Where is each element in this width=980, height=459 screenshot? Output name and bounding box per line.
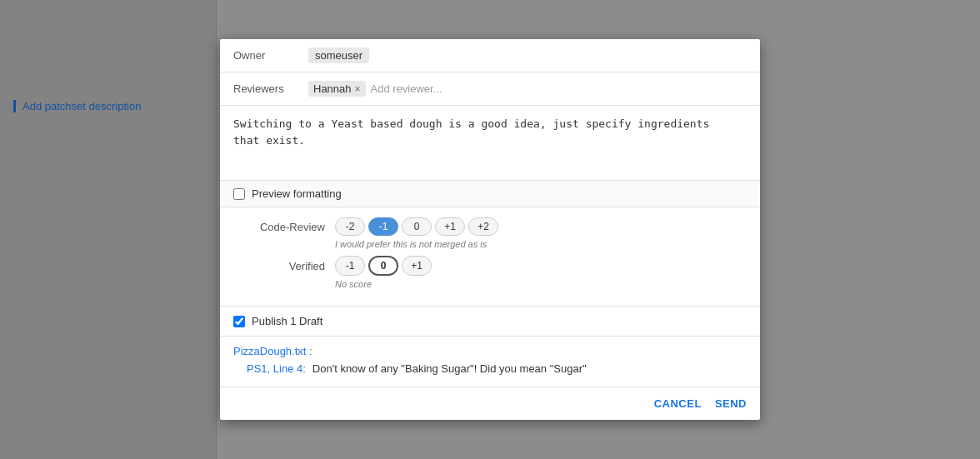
code-review-description: I would prefer this is not merged as is: [335, 239, 747, 249]
preview-label: Preview formatting: [252, 187, 342, 200]
send-button[interactable]: SEND: [715, 397, 747, 410]
preview-checkbox[interactable]: [233, 188, 245, 200]
reviewer-name: Hannah: [313, 82, 352, 95]
verified-row: Verified -1 0 +1: [233, 256, 747, 276]
remove-reviewer-button[interactable]: ×: [355, 83, 361, 95]
verified-btn-zero[interactable]: 0: [368, 256, 398, 276]
message-text: Switching to a Yeast based dough is a go…: [233, 116, 747, 148]
publish-label: Publish 1 Draft: [252, 315, 322, 327]
draft-comment-text: Don't know of any "Baking Sugar"! Did yo…: [312, 362, 587, 375]
page-background: Add patchset description Owner someuser …: [0, 0, 980, 459]
code-review-btn-plus2[interactable]: +2: [468, 217, 498, 236]
draft-file-suffix: :: [306, 345, 312, 357]
reviewer-tag: Hannah ×: [308, 81, 366, 97]
draft-location-link[interactable]: PS1, Line 4:: [247, 362, 306, 375]
owner-value: someuser: [308, 47, 369, 63]
review-dialog: Owner someuser Reviewers Hannah × Add re…: [220, 39, 760, 420]
draft-file-name: PizzaDough.txt: [233, 345, 306, 357]
code-review-label: Code-Review: [233, 221, 325, 233]
add-reviewer-input[interactable]: Add reviewer...: [371, 82, 442, 95]
draft-file-row: PizzaDough.txt :: [233, 345, 747, 357]
verified-btn-minus1[interactable]: -1: [335, 256, 365, 276]
draft-comment-row: PS1, Line 4: Don't know of any "Baking S…: [233, 362, 747, 375]
verified-label: Verified: [233, 260, 325, 272]
verified-btn-plus1[interactable]: +1: [402, 256, 432, 276]
code-review-btn-minus1[interactable]: -1: [368, 217, 398, 236]
dialog-footer: CANCEL SEND: [220, 387, 760, 420]
scoring-section: Code-Review -2 -1 0 +1 +2 I would prefer…: [220, 207, 760, 307]
publish-row: Publish 1 Draft: [220, 307, 760, 337]
reviewers-label: Reviewers: [233, 82, 308, 95]
preview-row: Preview formatting: [220, 181, 760, 207]
code-review-btn-plus1[interactable]: +1: [435, 217, 465, 236]
drafts-section: PizzaDough.txt : PS1, Line 4: Don't know…: [220, 337, 760, 387]
verified-buttons: -1 0 +1: [335, 256, 432, 276]
message-area[interactable]: Switching to a Yeast based dough is a go…: [220, 106, 760, 181]
modal-overlay: Owner someuser Reviewers Hannah × Add re…: [0, 0, 980, 459]
owner-row: Owner someuser: [220, 39, 760, 72]
code-review-btn-minus2[interactable]: -2: [335, 217, 365, 236]
reviewers-row: Reviewers Hannah × Add reviewer...: [220, 72, 760, 106]
owner-label: Owner: [233, 49, 308, 62]
verified-description: No score: [335, 279, 747, 289]
cancel-button[interactable]: CANCEL: [654, 397, 702, 410]
code-review-btn-zero[interactable]: 0: [402, 217, 432, 236]
publish-checkbox[interactable]: [233, 316, 245, 327]
code-review-row: Code-Review -2 -1 0 +1 +2: [233, 217, 747, 236]
draft-file-link[interactable]: PizzaDough.txt :: [233, 345, 312, 357]
code-review-buttons: -2 -1 0 +1 +2: [335, 217, 498, 236]
